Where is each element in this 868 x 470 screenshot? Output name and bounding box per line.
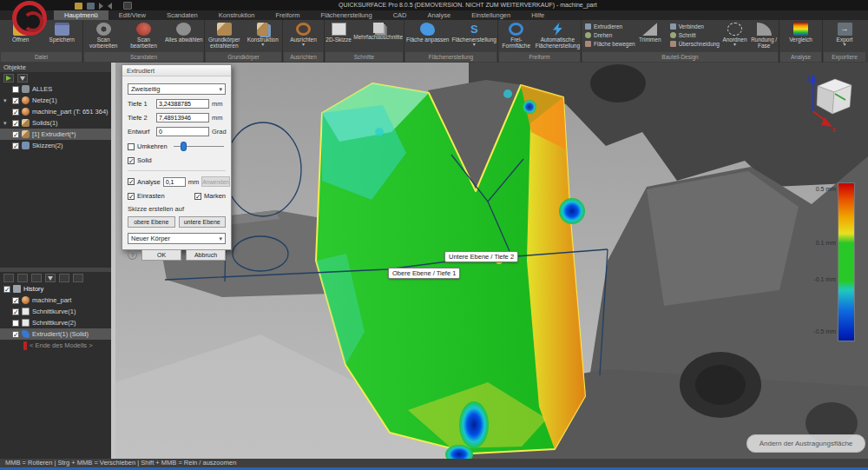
history-first-icon[interactable] xyxy=(59,274,69,282)
entwurf-input[interactable] xyxy=(156,127,209,136)
history-item-machine-part[interactable]: machine_part xyxy=(0,295,111,306)
trimmen-button[interactable]: Trimmen xyxy=(634,21,667,43)
netze-checkbox[interactable] xyxy=(12,97,19,104)
frei-formflaeche-button[interactable]: Frei-Formfläche xyxy=(498,21,535,49)
slider-handle[interactable] xyxy=(181,142,187,151)
analyse-tolerance-input[interactable] xyxy=(163,177,186,187)
history-item-schnittkurve2[interactable]: Schnittkurve(2) xyxy=(0,317,111,328)
tiefe1-input[interactable] xyxy=(156,99,209,109)
open-icon[interactable] xyxy=(75,3,82,10)
umkehren-checkbox[interactable] xyxy=(128,143,135,150)
extrudiert-checkbox[interactable] xyxy=(12,131,19,138)
undo-icon[interactable] xyxy=(99,3,103,10)
tree-item-extrudiert[interactable]: [1] Extrudiert(*) xyxy=(0,129,111,140)
tree-item-machine-part[interactable]: machine_part (T: 651 364) xyxy=(0,106,111,117)
save-icon[interactable] xyxy=(87,3,95,10)
history-play-icon[interactable] xyxy=(31,274,42,282)
drehen-item[interactable]: Drehen xyxy=(585,32,632,38)
tab-hauptmenu[interactable]: Hauptmenü xyxy=(54,10,108,20)
hist-extrudiert-checkbox[interactable] xyxy=(12,331,19,338)
group-analyse: Vergleich Analyse xyxy=(779,20,823,63)
einrasten-checkbox[interactable] xyxy=(128,193,135,200)
direction-combo[interactable]: Zweiseitig xyxy=(128,83,226,95)
scale-label-neg05: -0.5 mm xyxy=(810,328,836,334)
tab-analyse[interactable]: Analyse xyxy=(417,10,461,20)
ueberschneidung-item[interactable]: Überschneidung xyxy=(670,41,719,47)
rundung-fase-button[interactable]: Rundung / Fase xyxy=(749,21,779,49)
flag-icon[interactable] xyxy=(3,74,14,83)
save-button[interactable]: Speichern xyxy=(42,21,83,43)
panel-resize-splitter[interactable] xyxy=(111,63,115,459)
flaeche-anpassen-button[interactable]: Fläche anpassen xyxy=(404,21,451,43)
history-item-ende[interactable]: < Ende des Modells > xyxy=(0,340,111,351)
flaeche-bewegen-item[interactable]: Fläche bewegen xyxy=(585,41,632,47)
qat-menu-icon[interactable] xyxy=(123,2,132,10)
analyse-checkbox[interactable] xyxy=(128,178,135,185)
history-list-icon[interactable] xyxy=(3,274,14,282)
group-label-exportiere: Exportiere xyxy=(824,52,865,62)
history-checkbox[interactable] xyxy=(3,286,10,293)
tree-item-skizzen[interactable]: Skizzen(2) xyxy=(0,140,111,151)
filter-icon[interactable] xyxy=(17,74,28,83)
history-last-icon[interactable] xyxy=(73,274,83,282)
anwenden-button[interactable]: Anwenden xyxy=(201,176,230,187)
redo-icon[interactable] xyxy=(108,3,112,10)
expand-arrow-icon[interactable] xyxy=(3,97,10,104)
history-tree-icon[interactable] xyxy=(17,274,28,282)
result-body-combo[interactable]: Neuer Körper xyxy=(128,233,226,244)
schnittkurve2-checkbox[interactable] xyxy=(12,320,19,327)
vergleich-button[interactable]: Vergleich xyxy=(779,21,822,43)
skizze-2d-button[interactable]: 2D-Skizze xyxy=(325,21,352,43)
grundkoerper-extrahieren-button[interactable]: Grundkörper extrahieren xyxy=(205,21,244,49)
tab-edit-view[interactable]: Edit/View xyxy=(108,10,156,20)
tab-einstellungen[interactable]: Einstellungen xyxy=(461,10,521,20)
extrudieren-item[interactable]: Extrudieren xyxy=(585,23,632,30)
scan-bearbeiten-button[interactable]: Scan bearbeiten xyxy=(123,21,163,49)
tree-item-solids[interactable]: Solids(1) xyxy=(0,117,111,129)
solid-checkbox[interactable] xyxy=(128,157,135,164)
tab-freiform[interactable]: Freiform xyxy=(266,10,311,20)
obere-ebene-button[interactable]: obere Ebene xyxy=(128,216,175,228)
untere-ebene-handle[interactable]: Untere Ebene / Tiefe 2 xyxy=(444,251,518,262)
tab-konstruktion[interactable]: Konstruktion xyxy=(208,10,266,20)
tab-hilfe[interactable]: Hilfe xyxy=(521,10,555,20)
hist-machine-part-checkbox[interactable] xyxy=(12,297,19,304)
scan-vorbereiten-button[interactable]: Scan vorbereiten xyxy=(83,21,123,49)
tab-scandaten[interactable]: Scandaten xyxy=(156,10,208,20)
marken-checkbox[interactable] xyxy=(194,193,201,200)
entwurf-unit: Grad xyxy=(212,128,226,136)
schnittkurve1-checkbox[interactable] xyxy=(12,308,19,315)
solids-checkbox[interactable] xyxy=(12,120,19,127)
export-button[interactable]: Export xyxy=(823,21,866,46)
application-window: QUICKSURFACE Pro 8.0.5 (DEMOVERSION. NIC… xyxy=(0,0,868,470)
history-filter-icon[interactable] xyxy=(45,274,56,282)
tree-item-alles[interactable]: ALLES xyxy=(0,83,111,95)
tree-item-netze[interactable]: Netze(1) xyxy=(0,95,111,106)
verbinden-item[interactable]: Verbinden xyxy=(670,23,719,30)
ausrichten-button[interactable]: Ausrichten xyxy=(283,21,324,46)
machine-part-checkbox[interactable] xyxy=(12,109,19,116)
anordnen-button[interactable]: Anordnen xyxy=(720,21,750,46)
history-item-extrudiert[interactable]: Extrudiert(1) (Solid) xyxy=(0,328,111,340)
help-button[interactable]: ? xyxy=(128,250,137,260)
flaechenerstellung-button[interactable]: Flächenerstellung xyxy=(451,21,498,46)
alles-abwaehlen-button[interactable]: Alles abwählen xyxy=(164,21,204,43)
alles-checkbox[interactable] xyxy=(12,86,19,93)
app-logo[interactable] xyxy=(12,1,47,36)
konstruktion-button[interactable]: Konstruktion xyxy=(244,21,283,46)
tiefe2-input[interactable] xyxy=(156,113,209,122)
untere-ebene-button[interactable]: untere Ebene xyxy=(179,216,227,228)
skizzen-checkbox[interactable] xyxy=(12,142,19,149)
expand-arrow-icon[interactable] xyxy=(3,120,10,127)
tab-cad[interactable]: CAD xyxy=(383,10,418,20)
mehrfachabschnitte-button[interactable]: Mehrfachabschnitte xyxy=(352,21,404,40)
ok-button[interactable]: OK xyxy=(141,249,181,261)
cancel-button[interactable]: Abbruch xyxy=(186,249,226,261)
automatische-flaechenerstellung-button[interactable]: Automatische Flächenerstellung xyxy=(535,21,581,49)
umkehren-slider[interactable] xyxy=(174,142,226,151)
obere-ebene-handle[interactable]: Obere Ebene / Tiefe 1 xyxy=(388,268,460,279)
history-item-schnittkurve1[interactable]: Schnittkurve(1) xyxy=(0,306,111,317)
history-item-root[interactable]: History xyxy=(0,283,111,295)
tab-flaechenerstellung[interactable]: Flächenerstellung xyxy=(310,10,382,20)
schnitt-item[interactable]: Schnitt xyxy=(670,32,719,38)
